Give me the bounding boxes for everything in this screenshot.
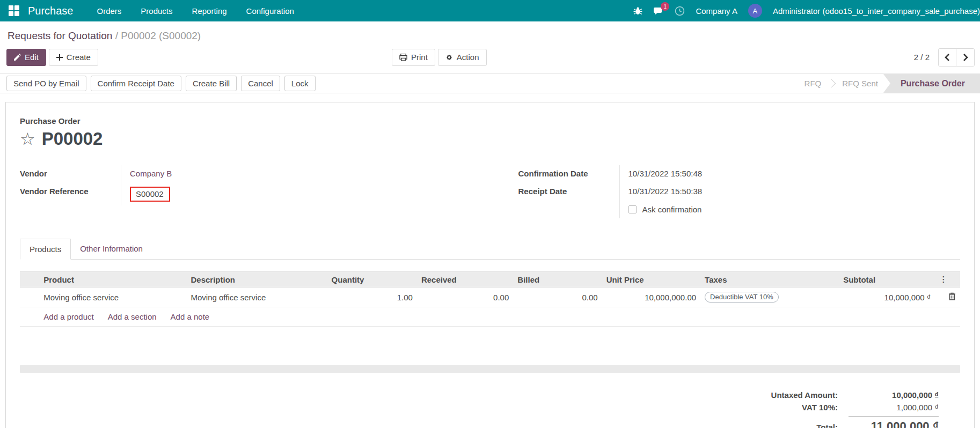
cell-product: Moving office service bbox=[39, 287, 186, 307]
menu-reporting[interactable]: Reporting bbox=[192, 6, 227, 16]
header-description[interactable]: Description bbox=[186, 272, 327, 287]
cancel-button[interactable]: Cancel bbox=[241, 76, 280, 91]
apps-grid-icon[interactable] bbox=[9, 5, 19, 16]
breadcrumb-parent[interactable]: Requests for Quotation bbox=[8, 30, 112, 41]
cell-unit-price: 10,000,000.00 bbox=[602, 287, 700, 307]
printer-icon bbox=[399, 54, 407, 61]
gear-icon bbox=[445, 54, 453, 61]
untaxed-amount-label: Untaxed Amount: bbox=[745, 390, 849, 400]
confirmation-date-label: Confirmation Date bbox=[518, 165, 619, 183]
header-taxes[interactable]: Taxes bbox=[700, 272, 839, 287]
activities-clock-icon[interactable] bbox=[675, 6, 685, 16]
handle-column bbox=[20, 272, 39, 287]
header-received[interactable]: Received bbox=[417, 272, 513, 287]
edit-button[interactable]: Edit bbox=[6, 49, 46, 66]
pencil-icon bbox=[14, 54, 21, 61]
statusbar: Send PO by Email Confirm Receipt Date Cr… bbox=[0, 73, 980, 93]
company-switcher[interactable]: Company A bbox=[696, 6, 737, 16]
stage-purchase-order[interactable]: Purchase Order bbox=[883, 74, 980, 93]
totals-block: Untaxed Amount: 10,000,000 ₫ VAT 10%: 1,… bbox=[745, 389, 939, 428]
total-label: Total: bbox=[745, 423, 849, 428]
lock-button[interactable]: Lock bbox=[284, 76, 316, 91]
debug-bug-icon[interactable] bbox=[633, 6, 642, 16]
delete-row-trash-icon[interactable] bbox=[948, 292, 956, 300]
menu-configuration[interactable]: Configuration bbox=[246, 6, 294, 16]
message-count-badge: 1 bbox=[661, 2, 669, 11]
receipt-date-label: Receipt Date bbox=[518, 183, 619, 201]
app-name[interactable]: Purchase bbox=[28, 5, 74, 17]
vendor-reference-label: Vendor Reference bbox=[20, 183, 121, 205]
cell-subtotal: 10,000,000 ₫ bbox=[839, 287, 935, 307]
cell-received: 0.00 bbox=[417, 287, 513, 307]
breadcrumb-current: P00002 (S00002) bbox=[121, 30, 201, 41]
cell-description: Moving office service bbox=[186, 287, 327, 307]
doc-type-label: Purchase Order bbox=[20, 116, 960, 126]
confirm-receipt-date-button[interactable]: Confirm Receipt Date bbox=[91, 76, 181, 91]
vendor-value-link[interactable]: Company B bbox=[130, 169, 172, 178]
plus-icon bbox=[56, 54, 63, 61]
pager-next-icon[interactable] bbox=[956, 49, 974, 66]
header-quantity[interactable]: Quantity bbox=[327, 272, 417, 287]
cell-quantity: 1.00 bbox=[327, 287, 417, 307]
tax-tag: Deductible VAT 10% bbox=[705, 292, 779, 302]
vendor-reference-value-highlighted: S00002 bbox=[130, 187, 170, 202]
table-header-row: Product Description Quantity Received Bi… bbox=[20, 272, 960, 287]
add-a-note-link[interactable]: Add a note bbox=[171, 312, 210, 321]
tab-products[interactable]: Products bbox=[20, 239, 71, 260]
create-bill-button[interactable]: Create Bill bbox=[186, 76, 237, 91]
table-footer-row: Add a product Add a section Add a note bbox=[20, 307, 960, 327]
print-button[interactable]: Print bbox=[392, 49, 435, 66]
user-menu[interactable]: Administrator (odoo15_to_inter_company_s… bbox=[773, 6, 980, 16]
stage-rfq[interactable]: RFQ bbox=[799, 79, 827, 88]
form-sheet: Purchase Order ☆ P00002 Vendor Company B… bbox=[5, 102, 975, 428]
tab-other-information[interactable]: Other Information bbox=[71, 239, 152, 259]
send-po-by-email-button[interactable]: Send PO by Email bbox=[6, 76, 86, 91]
ask-confirmation-checkbox[interactable] bbox=[628, 205, 637, 213]
table-row[interactable]: Moving office service Moving office serv… bbox=[20, 287, 960, 307]
ask-confirmation-label: Ask confirmation bbox=[642, 205, 702, 214]
vat-label: VAT 10%: bbox=[745, 403, 849, 412]
header-unit-price[interactable]: Unit Price bbox=[602, 272, 700, 287]
menu-products[interactable]: Products bbox=[141, 6, 172, 16]
pager-previous-icon[interactable] bbox=[939, 49, 956, 66]
row-handle bbox=[20, 287, 39, 307]
header-billed[interactable]: Billed bbox=[513, 272, 602, 287]
right-field-group: Confirmation Date 10/31/2022 15:50:48 Re… bbox=[518, 165, 895, 218]
control-panel: Edit Create Print Action 2 / 2 bbox=[6, 48, 980, 66]
messages-icon[interactable]: 1 bbox=[653, 6, 664, 16]
main-menu: Orders Products Reporting Configuration bbox=[97, 6, 294, 16]
pager-counter: 2 / 2 bbox=[914, 53, 930, 62]
page-title: P00002 bbox=[42, 129, 103, 149]
confirmation-date-value: 10/31/2022 15:50:48 bbox=[619, 165, 895, 183]
stage-chevron-icon bbox=[828, 79, 836, 88]
left-field-group: Vendor Company B Vendor Reference S00002 bbox=[20, 165, 452, 218]
add-a-section-link[interactable]: Add a section bbox=[108, 312, 157, 321]
breadcrumb: Requests for Quotation / P00002 (S00002) bbox=[8, 30, 980, 42]
user-avatar[interactable]: A bbox=[748, 4, 762, 18]
horizontal-scrollbar[interactable] bbox=[20, 365, 960, 373]
order-lines-table: Product Description Quantity Received Bi… bbox=[20, 271, 960, 327]
create-button[interactable]: Create bbox=[49, 49, 98, 66]
breadcrumb-separator: / bbox=[115, 30, 118, 41]
receipt-date-value: 10/31/2022 15:50:38 bbox=[619, 183, 895, 201]
total-value: 11,000,000 ₫ bbox=[849, 416, 939, 428]
stage-rfq-sent[interactable]: RFQ Sent bbox=[837, 79, 883, 88]
menu-orders[interactable]: Orders bbox=[97, 6, 122, 16]
notebook-tabs: Products Other Information bbox=[20, 239, 960, 260]
untaxed-amount-value: 10,000,000 ₫ bbox=[849, 390, 939, 400]
vendor-label: Vendor bbox=[20, 165, 121, 183]
action-button[interactable]: Action bbox=[438, 49, 487, 66]
toggle-columns-icon[interactable]: ⋮ bbox=[940, 275, 948, 284]
header-product[interactable]: Product bbox=[39, 272, 186, 287]
cell-billed: 0.00 bbox=[513, 287, 602, 307]
favorite-star-icon[interactable]: ☆ bbox=[20, 130, 35, 147]
header-subtotal[interactable]: Subtotal bbox=[839, 272, 935, 287]
add-a-product-link[interactable]: Add a product bbox=[43, 312, 93, 321]
vat-value: 1,000,000 ₫ bbox=[849, 403, 939, 412]
top-navbar: Purchase Orders Products Reporting Confi… bbox=[0, 0, 980, 21]
pager bbox=[938, 48, 975, 67]
